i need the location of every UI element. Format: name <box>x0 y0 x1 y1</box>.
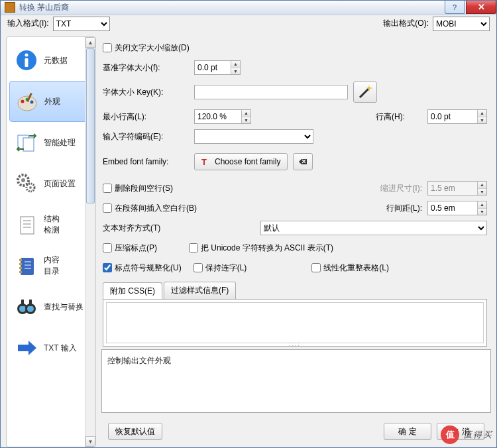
svg-rect-19 <box>19 259 22 261</box>
svg-point-1 <box>25 54 28 57</box>
indent-size-label: 缩进尺寸(I): <box>380 183 422 194</box>
palette-icon <box>15 89 39 113</box>
format-bar: 输入格式(I): TXT 输出格式(O): MOBI <box>1 15 496 32</box>
sidebar-item-label: 外观 <box>44 96 60 107</box>
min-line-height-label: 最小行高(L): <box>103 111 189 123</box>
min-line-height-spinner[interactable]: ▲▼ <box>194 109 251 124</box>
insert-blank-line-checkbox[interactable]: 在段落间插入空白行(B) <box>103 203 197 214</box>
sidebar-item-label: 结构 检测 <box>44 213 60 236</box>
svg-rect-30 <box>21 300 24 306</box>
window-title: 转换 茅山后裔 <box>19 2 445 13</box>
titlebar: 转换 茅山后裔 ? ✕ <box>1 1 496 15</box>
output-format-select[interactable]: MOBI <box>433 17 490 31</box>
sidebar-item-page-setup[interactable]: 页面设置 <box>9 163 93 204</box>
settings-panel: 关闭文字大小缩放(D) 基准字体大小(f): ▲▼ 字体大小 Key(K): 最… <box>101 36 491 347</box>
svg-rect-20 <box>19 263 22 265</box>
description-box: 控制输出文件外观 <box>101 349 491 413</box>
line-spacing-label: 行间距(L): <box>386 203 422 214</box>
body: 元数据 外观 智能处理 页面设置 结构 检测 <box>1 32 496 447</box>
input-encoding-select[interactable] <box>194 129 313 144</box>
gripper-icon[interactable]: :::: <box>289 341 301 347</box>
sidebar-item-label: 查找与替换 <box>44 302 83 313</box>
document-icon <box>15 213 38 237</box>
input-encoding-label: 输入字符编码(E): <box>103 131 189 142</box>
font-size-key-label: 字体大小 Key(K): <box>103 87 189 98</box>
scroll-down-icon[interactable]: ▼ <box>85 436 95 447</box>
input-format-label: 输入格式(I): <box>7 18 49 29</box>
svg-point-4 <box>21 100 25 103</box>
text-align-label: 文本对齐方式(T) <box>103 223 255 234</box>
app-icon <box>5 2 15 13</box>
sidebar-item-structure[interactable]: 结构 检测 <box>9 204 93 245</box>
tab-extra-css[interactable]: 附加 CSS(E) <box>103 282 162 300</box>
main-panel: 关闭文字大小缩放(D) 基准字体大小(f): ▲▼ 字体大小 Key(K): 最… <box>101 36 491 447</box>
svg-rect-21 <box>19 267 22 269</box>
sidebar-item-label: 元数据 <box>44 55 68 66</box>
svg-text:T: T <box>201 157 207 166</box>
svg-rect-14 <box>21 217 34 234</box>
wizard-button[interactable] <box>353 82 377 103</box>
sidebar-item-heuristic[interactable]: 智能处理 <box>9 122 93 163</box>
sidebar-item-label: 内容 目录 <box>44 254 60 277</box>
line-height-spinner[interactable]: ▲▼ <box>427 109 487 124</box>
svg-point-27 <box>19 306 26 312</box>
base-font-size-label: 基准字体大小(f): <box>103 62 189 74</box>
choose-font-button[interactable]: TChoose font family <box>194 153 288 170</box>
close-button[interactable]: ✕ <box>466 1 496 14</box>
embed-font-label: Embed font family: <box>103 157 189 166</box>
font-size-key-input[interactable] <box>194 85 348 99</box>
sidebar: 元数据 外观 智能处理 页面设置 结构 检测 <box>6 36 96 447</box>
extra-css-textarea[interactable]: :::: <box>103 299 487 347</box>
sidebar-item-label: 智能处理 <box>44 137 76 148</box>
ok-button[interactable]: 确 定 <box>384 423 431 440</box>
sidebar-item-label: 页面设置 <box>44 178 76 190</box>
footer: 恢复默认值 确 定 取 消 <box>101 416 491 447</box>
text-align-select[interactable]: 默认 <box>260 221 487 235</box>
arrow-right-icon <box>15 336 38 360</box>
compress-punct-checkbox[interactable]: 压缩标点(P) <box>103 243 157 254</box>
notebook-icon <box>15 254 38 278</box>
binoculars-icon <box>15 295 38 319</box>
sidebar-item-metadata[interactable]: 元数据 <box>9 40 93 81</box>
tab-filter-style[interactable]: 过滤样式信息(F) <box>164 282 236 299</box>
sidebar-item-look-feel[interactable]: 外观 <box>9 81 93 122</box>
gears-icon <box>15 172 38 196</box>
svg-point-29 <box>27 306 34 312</box>
linearize-tables-checkbox[interactable]: 线性化重整表格(L) <box>311 262 389 274</box>
sidebar-item-label: TXT 输入 <box>44 343 77 354</box>
restore-defaults-button[interactable]: 恢复默认值 <box>108 423 162 440</box>
svg-rect-2 <box>25 58 28 67</box>
keep-ligatures-checkbox[interactable]: 保持连字(L) <box>193 262 247 274</box>
sidebar-item-txt-input[interactable]: TXT 输入 <box>9 327 93 368</box>
window: 转换 茅山后裔 ? ✕ 输入格式(I): TXT 输出格式(O): MOBI 元… <box>0 0 497 448</box>
svg-rect-18 <box>21 258 34 275</box>
cancel-button[interactable]: 取 消 <box>437 423 484 440</box>
sidebar-scrollbar[interactable]: ▲ ▼ <box>85 37 95 447</box>
css-tabs: 附加 CSS(E) 过滤样式信息(F) <box>103 282 487 299</box>
output-format-label: 输出格式(O): <box>383 18 429 29</box>
svg-rect-9 <box>23 138 34 151</box>
indent-size-spinner: ▲▼ <box>427 181 487 196</box>
info-icon <box>15 48 38 72</box>
svg-point-6 <box>30 101 34 104</box>
unicode-to-ascii-checkbox[interactable]: 把 Unicode 字符转换为 ASCII 表示(T) <box>189 243 333 254</box>
line-height-label: 行高(H): <box>376 111 422 123</box>
scroll-up-icon[interactable]: ▲ <box>85 37 95 48</box>
sidebar-item-toc[interactable]: 内容 目录 <box>9 245 93 286</box>
svg-point-13 <box>29 186 32 189</box>
scrollbar-thumb[interactable] <box>86 48 95 203</box>
window-buttons: ? ✕ <box>445 1 496 14</box>
disable-font-rescaling-checkbox[interactable]: 关闭文字大小缩放(D) <box>103 42 190 54</box>
remove-blank-lines-checkbox[interactable]: 删除段间空行(S) <box>103 183 173 194</box>
pages-swap-icon <box>15 131 38 154</box>
svg-rect-22 <box>19 271 22 273</box>
line-spacing-spinner[interactable]: ▲▼ <box>427 201 487 215</box>
base-font-size-spinner[interactable]: ▲▼ <box>194 60 241 75</box>
svg-rect-31 <box>29 300 32 306</box>
normalize-punct-checkbox[interactable]: 标点符号规整化(U) <box>103 262 182 274</box>
sidebar-item-search-replace[interactable]: 查找与替换 <box>9 286 93 327</box>
input-format-select[interactable]: TXT <box>53 17 110 31</box>
svg-point-11 <box>21 178 25 182</box>
help-button[interactable]: ? <box>445 1 465 14</box>
clear-font-button[interactable] <box>293 153 313 170</box>
